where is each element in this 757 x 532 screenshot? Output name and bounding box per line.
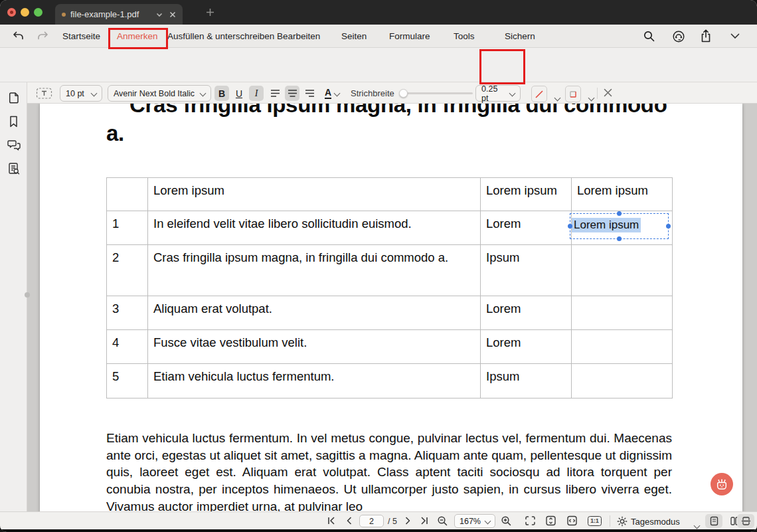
table-cell: Aliquam erat volutpat. (148, 296, 481, 330)
menu-item-bearbeiten[interactable]: Bearbeiten (277, 31, 320, 41)
title-bar: file-example-1.pdf (0, 0, 757, 25)
annotation-handle-right[interactable] (666, 224, 671, 228)
comments-icon[interactable] (7, 138, 21, 152)
bookmarks-icon[interactable] (7, 114, 21, 129)
slider-knob[interactable] (399, 89, 408, 98)
font-color-button[interactable]: A (322, 86, 342, 101)
tab-close-icon[interactable] (169, 11, 176, 18)
fill-color-button[interactable] (565, 86, 581, 102)
single-page-view-button[interactable] (705, 514, 722, 528)
fit-height-icon[interactable] (545, 515, 556, 526)
search-icon[interactable] (643, 30, 655, 43)
annotation-handle-left[interactable] (568, 224, 572, 228)
table-row: Lorem ipsum Lorem ipsum Lorem ipsum (107, 178, 673, 211)
day-mode-sun-icon (617, 516, 628, 527)
collapse-toolbar-chevron-icon[interactable] (730, 33, 740, 39)
page-number-input[interactable] (359, 515, 384, 527)
last-page-button[interactable] (419, 515, 430, 526)
undo-icon[interactable] (12, 31, 24, 42)
document-heading-line1: Cras fringilla ipsum magna, in fringilla… (129, 104, 667, 118)
document-viewport: Cras fringilla ipsum magna, in fringilla… (27, 104, 757, 511)
table-cell (107, 178, 148, 211)
zoom-in-icon[interactable] (501, 515, 512, 527)
stroke-width-label: Strichbreite (351, 88, 394, 98)
chevron-down-icon (509, 90, 516, 97)
annotation-handle-bottom[interactable] (617, 236, 622, 241)
menu-item-tools[interactable]: Tools (454, 31, 475, 41)
menu-item-startseite[interactable]: Startseite (62, 31, 100, 41)
table-cell: Lorem ipsum (572, 178, 673, 211)
sidebar-resize-handle[interactable] (25, 292, 30, 298)
chevron-down-icon (91, 90, 98, 97)
redo-icon[interactable] (37, 31, 49, 42)
table-cell (572, 364, 673, 399)
align-right-button[interactable] (302, 86, 317, 101)
next-page-button[interactable] (402, 515, 413, 526)
document-paragraph: Etiam vehicula luctus fermentum. In vel … (106, 430, 672, 511)
table-cell: 2 (107, 245, 148, 296)
font-size-dropdown[interactable]: 10 pt (60, 85, 102, 102)
underline-button[interactable]: U (232, 86, 246, 101)
new-tab-button[interactable] (206, 8, 214, 17)
tab-title: file-example-1.pdf (70, 9, 156, 19)
close-window-button[interactable] (7, 8, 16, 17)
chevron-down-icon[interactable] (551, 91, 560, 103)
unsaved-changes-dot (10, 11, 13, 14)
tab-unsaved-dot (62, 13, 66, 17)
view-mode-label[interactable]: Tagesmodus (631, 517, 680, 527)
first-page-button[interactable] (326, 515, 337, 526)
menu-item-formulare[interactable]: Formulare (389, 31, 430, 41)
zoom-out-icon[interactable] (437, 515, 448, 527)
menu-item-sichern[interactable]: Sichern (505, 31, 535, 41)
stroke-width-slider[interactable] (401, 92, 473, 94)
text-style-icon[interactable] (36, 87, 52, 100)
fit-width-icon[interactable] (566, 515, 578, 526)
menu-item-ausfuellen[interactable]: Ausfüllen & unterschreiben (167, 31, 274, 41)
document-tab[interactable]: file-example-1.pdf (55, 4, 183, 25)
close-format-bar-icon[interactable] (603, 88, 613, 98)
continuous-scroll-view-button[interactable] (737, 514, 754, 528)
zoom-window-button[interactable] (34, 8, 42, 17)
zoom-level-dropdown[interactable]: 167% (454, 514, 495, 528)
tab-menu-chevron-icon[interactable] (156, 12, 163, 17)
menu-item-seiten[interactable]: Seiten (341, 31, 367, 41)
table-cell: Lorem (481, 330, 572, 364)
stroke-color-button[interactable] (531, 86, 547, 102)
document-heading-line2: a. (106, 121, 124, 146)
status-bar-separator (610, 515, 610, 527)
table-cell: Lorem (481, 211, 572, 245)
stroke-width-dropdown[interactable]: 0.25 pt (475, 85, 521, 102)
chevron-down-icon[interactable] (585, 91, 594, 103)
fit-screen-icon[interactable] (525, 515, 536, 526)
table-cell (572, 330, 673, 364)
annotation-toolbar: Auswahl Hand Hervorheben U Unterstreiche… (0, 48, 757, 82)
table-cell: In eleifend velit vitae libero sollicitu… (148, 211, 481, 245)
minimize-window-button[interactable] (21, 8, 29, 17)
font-family-dropdown[interactable]: Avenir Next Bold Italic (108, 85, 211, 102)
annotation-handle-top[interactable] (617, 211, 622, 216)
align-center-button[interactable] (285, 86, 299, 101)
selected-text-annotation[interactable]: Lorem ipsum (570, 213, 669, 239)
support-icon[interactable] (672, 30, 685, 43)
italic-button[interactable]: I (249, 86, 264, 101)
table-cell: Lorem (481, 296, 572, 330)
previous-page-button[interactable] (344, 515, 355, 526)
annotation-list-icon[interactable] (7, 161, 21, 176)
chevron-down-icon (200, 90, 207, 97)
page-thumbnails-icon[interactable] (7, 90, 21, 105)
table-cell: 4 (107, 330, 148, 364)
share-icon[interactable] (700, 29, 712, 43)
chevron-down-icon (485, 518, 491, 525)
actual-size-icon[interactable]: 1:1 (588, 516, 602, 526)
document-table: Lorem ipsum Lorem ipsum Lorem ipsum 1 In… (106, 177, 673, 399)
bold-button[interactable]: B (214, 86, 229, 101)
table-cell: Cras fringilla ipsum magna, in fringilla… (148, 245, 481, 296)
annotation-text[interactable]: Lorem ipsum (572, 218, 641, 232)
table-cell: Lorem ipsum (481, 178, 572, 211)
format-bar-separator (597, 88, 598, 99)
align-left-button[interactable] (268, 86, 282, 101)
menu-item-anmerken[interactable]: Anmerken (117, 31, 158, 41)
menu-bar: Startseite Anmerken Ausfüllen & untersch… (0, 25, 757, 48)
ai-assistant-button[interactable] (711, 473, 733, 495)
table-cell: 1 (107, 211, 148, 245)
